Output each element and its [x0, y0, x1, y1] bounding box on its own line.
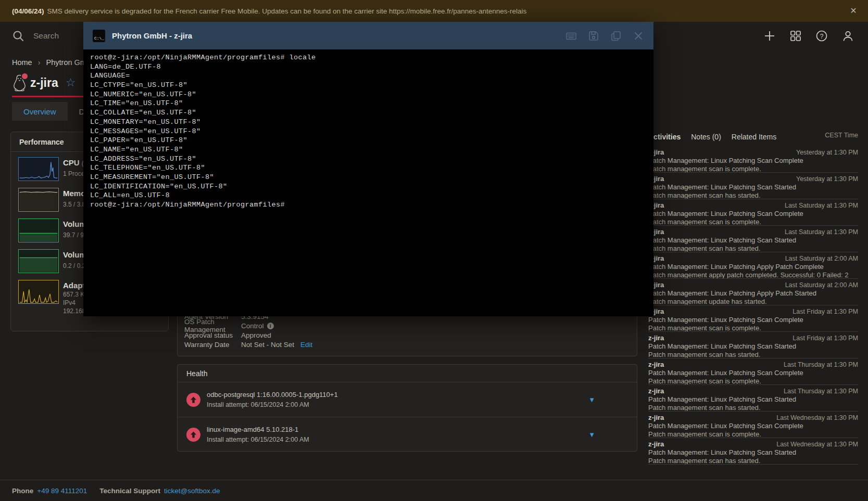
activity-entry: z-jiraLast Friday at 1:30 PM Patch Manag… — [648, 332, 858, 358]
entry-title: Patch Management: Linux Patching Scan St… — [648, 183, 858, 191]
detail-row-warranty: Warranty Date Not Set - Not Set Edit — [184, 340, 630, 349]
health-title: Health — [178, 365, 637, 382]
ninja-rmm-dashboard: (04/06/24) SMS delivery service is degra… — [0, 0, 868, 501]
terminal-line: LC_NAME="en_US.UTF-8" — [90, 145, 653, 155]
volume1-chart-thumbnail[interactable] — [18, 219, 59, 242]
expand-caret-icon[interactable]: ▼ — [588, 431, 595, 439]
search-icon[interactable] — [11, 29, 25, 43]
detail-row-approval: Approval status Approved — [184, 330, 630, 340]
breadcrumb-separator: › — [38, 58, 41, 67]
entry-desc: Patch management scan has started. — [648, 191, 858, 199]
entry-title: Patch Management: Linux Patching Scan Co… — [648, 157, 858, 165]
close-icon[interactable] — [633, 30, 644, 42]
device-header: z-jira ☆ — [12, 72, 76, 93]
phone-label: Phone — [12, 487, 33, 495]
cpu-chart-thumbnail[interactable] — [18, 157, 59, 181]
activity-entry: z-jiraLast Saturday at 1:30 PM Patch Man… — [648, 226, 858, 252]
warranty-date-value: Not Set - Not Set — [241, 341, 294, 349]
entry-time: Last Wednesday at 1:30 PM — [776, 441, 858, 448]
entry-title: Patch Management: Linux Patching Scan Co… — [648, 422, 858, 430]
activity-entry: z-jiraLast Saturday at 2:00 AM Patch Man… — [648, 279, 858, 305]
terminal-window: C:\_ Phytron GmbH - z-jira root@z-jira:/… — [83, 22, 653, 316]
entry-device: z-jira — [648, 440, 664, 448]
entry-device: z-jira — [648, 361, 664, 368]
entry-desc: Patch management apply patch completed. … — [648, 271, 858, 279]
health-item-attempt: Install attempt: 06/15/2024 2:00 AM — [207, 401, 338, 408]
entry-time: Yesterday at 1:30 PM — [796, 175, 858, 183]
terminal-title: Phytron GmbH - z-jira — [112, 31, 192, 40]
warranty-date-label: Warranty Date — [184, 341, 241, 349]
entry-desc: Patch management scan has started. — [648, 245, 858, 252]
entry-device: z-jira — [648, 387, 664, 395]
health-item-1: odbc-postgresql 1:16.00.0005-1.pgdg110+1… — [178, 382, 637, 417]
detail-row-os-patch: OS Patch Management Control i — [184, 321, 630, 330]
entry-time: Last Thursday at 1:30 PM — [784, 388, 858, 395]
entry-title: Patch Management: Linux Patching Scan St… — [648, 236, 858, 245]
warranty-edit-link[interactable]: Edit — [300, 341, 312, 349]
tab-notes[interactable]: Notes (0) — [691, 133, 721, 141]
adapter-chart-thumbnail[interactable] — [18, 280, 59, 304]
entry-time: Last Saturday at 1:30 PM — [785, 202, 858, 209]
volume2-chart-thumbnail[interactable] — [18, 249, 59, 273]
linux-tux-icon — [12, 74, 27, 92]
apps-grid-icon[interactable] — [789, 29, 802, 43]
terminal-line: LC_TELEPHONE="en_US.UTF-8" — [90, 163, 653, 173]
memory-chart-thumbnail[interactable] — [18, 188, 59, 212]
health-item-2: linux-image-amd64 5.10.218-1 Install att… — [178, 417, 637, 452]
activity-entry: z-jiraLast Thursday at 1:30 PM Patch Man… — [648, 385, 858, 412]
terminal-line: LC_TIME="en_US.UTF-8" — [90, 99, 653, 108]
entry-desc: Patch management scan has started. — [648, 404, 858, 412]
entry-title: Patch Management: Linux Patching Scan Co… — [648, 210, 858, 218]
pending-update-icon — [186, 428, 200, 442]
alert-banner: (04/06/24) SMS delivery service is degra… — [0, 0, 868, 22]
entry-desc: Patch management scan is complete. — [648, 377, 858, 385]
activity-entry: z-jiraLast Thursday at 1:30 PM Patch Man… — [648, 358, 858, 385]
save-icon[interactable] — [588, 30, 599, 42]
entry-title: Patch Management: Linux Patching Scan Co… — [648, 316, 858, 324]
entry-time: Last Wednesday at 1:30 PM — [776, 414, 858, 421]
tab-overview[interactable]: Overview — [12, 102, 68, 121]
footer: Phone +49 89 4111201 Technical Support t… — [0, 480, 868, 501]
virtual-keyboard-icon[interactable] — [565, 30, 577, 42]
info-icon[interactable]: i — [267, 323, 274, 329]
support-email-link[interactable]: ticket@softbox.de — [164, 487, 220, 495]
entry-desc: Patch management scan has started. — [648, 351, 858, 358]
favorite-star-icon[interactable]: ☆ — [66, 77, 76, 88]
expand-caret-icon[interactable]: ▼ — [588, 396, 595, 404]
activity-panel: Activities Notes (0) Related Items CEST … — [648, 131, 858, 465]
activity-entry: z-jiraLast Wednesday at 1:30 PM Patch Ma… — [648, 412, 858, 438]
approval-status-value: Approved — [241, 331, 271, 339]
terminal-line: LC_ADDRESS="en_US.UTF-8" — [90, 155, 653, 164]
entry-title: Patch Management: Linux Patching Apply P… — [648, 289, 858, 298]
phone-link[interactable]: +49 89 4111201 — [37, 487, 87, 495]
entry-title: Patch Management: Linux Patching Scan St… — [648, 395, 858, 404]
tab-related-items[interactable]: Related Items — [732, 133, 776, 141]
banner-close-icon[interactable]: ✕ — [848, 6, 859, 16]
help-icon[interactable]: ? — [815, 29, 828, 43]
terminal-line: LC_NUMERIC="en_US.UTF-8" — [90, 90, 653, 99]
terminal-titlebar[interactable]: C:\_ Phytron GmbH - z-jira — [83, 22, 653, 49]
support-label: Technical Support — [99, 487, 160, 495]
add-icon[interactable] — [763, 29, 776, 43]
banner-message: SMS delivery service is degraded for the… — [47, 7, 527, 15]
terminal-line: LANGUAGE= — [90, 71, 653, 81]
breadcrumb-home[interactable]: Home — [12, 58, 32, 67]
user-profile-icon[interactable] — [841, 29, 854, 43]
entry-time: Last Saturday at 2:00 AM — [785, 255, 858, 262]
approval-status-label: Approval status — [184, 331, 241, 339]
terminal-line: LC_IDENTIFICATION="en_US.UTF-8" — [90, 182, 653, 191]
activity-entry: z-jiraLast Friday at 1:30 PM Patch Manag… — [648, 305, 858, 332]
device-status-badge — [21, 72, 29, 80]
entry-desc: Patch management scan is complete. — [648, 165, 858, 173]
svg-text:?: ? — [820, 33, 824, 40]
timezone-label: CEST Time — [825, 132, 858, 139]
terminal-output[interactable]: root@z-jira:/opt/NinjaRMMAgent/programfi… — [83, 49, 653, 316]
terminal-line: LC_CTYPE="en_US.UTF-8" — [90, 81, 653, 90]
entry-title: Patch Management: Linux Patching Scan St… — [648, 448, 858, 457]
entry-desc: Patch management scan is complete. — [648, 324, 858, 332]
entry-desc: Patch management update has started. — [648, 298, 858, 305]
terminal-line: LC_MEASUREMENT="en_US.UTF-8" — [90, 173, 653, 182]
entry-time: Last Thursday at 1:30 PM — [784, 361, 858, 368]
copy-icon[interactable] — [610, 30, 622, 42]
terminal-line: LC_COLLATE="en_US.UTF-8" — [90, 108, 653, 118]
